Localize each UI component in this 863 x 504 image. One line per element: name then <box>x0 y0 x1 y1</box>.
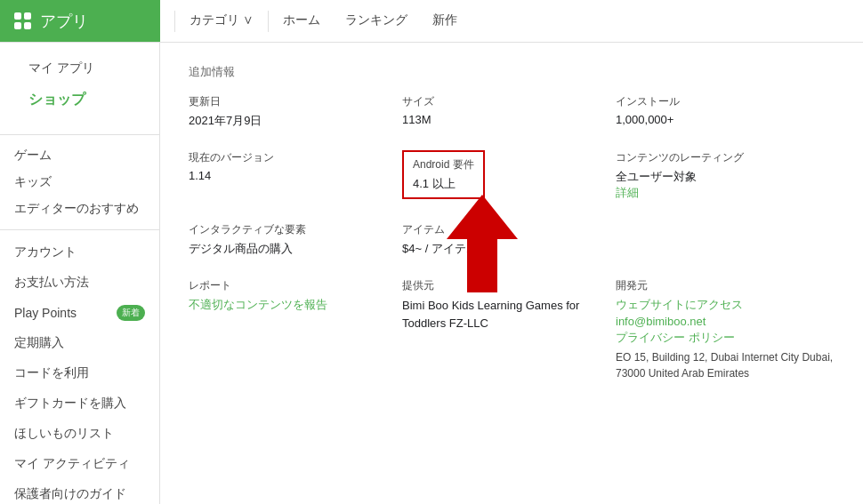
android-requirement-box: Android 要件 4.1 以上 <box>402 150 485 199</box>
sidebar-item-play-points[interactable]: Play Points 新着 <box>0 298 159 328</box>
label-size: サイズ <box>402 94 580 109</box>
label-installs: インストール <box>616 94 835 109</box>
dev-privacy-link[interactable]: プライバシー ポリシー <box>616 330 835 346</box>
sidebar-item-my-apps[interactable]: マイ アプリ <box>14 53 145 84</box>
report-link[interactable]: 不適切なコンテンツを報告 <box>189 297 367 313</box>
info-row-2: 現在のバージョン 1.14 Android 要件 4.1 以上 <box>189 150 835 201</box>
cell-report: レポート 不適切なコンテンツを報告 <box>189 278 367 381</box>
grid-icon <box>14 12 31 29</box>
cell-interactive: インタラクティブな要素 デジタル商品の購入 <box>189 222 367 257</box>
cell-empty-3 <box>616 222 835 257</box>
section-title: 追加情報 <box>189 64 835 80</box>
logo-text: アプリ <box>40 11 88 32</box>
sidebar-divider-1 <box>0 134 159 135</box>
cell-size: サイズ 113M <box>402 94 580 129</box>
sidebar-item-payment[interactable]: お支払い方法 <box>0 268 159 298</box>
sidebar-item-subscription[interactable]: 定期購入 <box>0 328 159 358</box>
cell-developer: 開発元 ウェブサイトにアクセス info@bimiboo.net プライバシー … <box>616 278 835 381</box>
sidebar-item-parental-guide[interactable]: 保護者向けのガイド <box>0 479 159 504</box>
cell-installs: インストール 1,000,000+ <box>616 94 835 129</box>
nav-ranking[interactable]: ランキング <box>335 0 418 42</box>
cell-content-rating: コンテンツのレーティング 全ユーザー対象 詳細 <box>616 150 835 201</box>
sidebar-item-account[interactable]: アカウント <box>0 237 159 268</box>
label-developer: 開発元 <box>616 278 835 293</box>
value-android-req: 4.1 以上 <box>413 176 474 192</box>
dev-email-link[interactable]: info@bimiboo.net <box>616 315 835 328</box>
body-layout: マイ アプリ ショップ ゲーム キッズ エディターのおすすめ アカウント お支払… <box>0 43 863 504</box>
red-arrow-indicator <box>447 195 518 295</box>
play-points-badge: 新着 <box>117 305 145 321</box>
developer-address: EO 15, Building 12, Dubai Internet City … <box>616 349 835 381</box>
svg-marker-0 <box>447 195 518 292</box>
nav-links: カテゴリ ∨ ホーム ランキング 新作 <box>160 0 482 42</box>
value-interactive: デジタル商品の購入 <box>189 241 367 257</box>
sidebar-item-editors-pick[interactable]: エディターのおすすめ <box>0 196 159 222</box>
sidebar-divider-2 <box>0 229 159 230</box>
nav-new[interactable]: 新作 <box>422 0 468 42</box>
app-logo[interactable]: アプリ <box>0 0 160 42</box>
info-row-1: 更新日 2021年7月9日 サイズ 113M インストール 1,000,000+ <box>189 94 835 129</box>
value-installs: 1,000,000+ <box>616 113 835 126</box>
sidebar: マイ アプリ ショップ ゲーム キッズ エディターのおすすめ アカウント お支払… <box>0 43 160 504</box>
nav-category[interactable]: カテゴリ ∨ <box>179 0 264 42</box>
cell-version: 現在のバージョン 1.14 <box>189 150 367 201</box>
sidebar-item-gift-card[interactable]: ギフトカードを購入 <box>0 388 159 419</box>
label-version: 現在のバージョン <box>189 150 367 165</box>
main-content: 追加情報 更新日 2021年7月9日 サイズ 113M インストール 1,000… <box>160 43 863 504</box>
sidebar-item-kids[interactable]: キッズ <box>0 169 159 196</box>
sidebar-item-shop[interactable]: ショップ <box>14 84 145 116</box>
content-rating-detail-link[interactable]: 詳細 <box>616 185 835 201</box>
top-navigation: アプリ カテゴリ ∨ ホーム ランキング 新作 <box>0 0 863 43</box>
cell-update-date: 更新日 2021年7月9日 <box>189 94 367 129</box>
sidebar-item-activity[interactable]: マイ アクティビティ <box>0 449 159 479</box>
value-version: 1.14 <box>189 169 367 182</box>
value-content-rating: 全ユーザー対象 <box>616 169 835 185</box>
nav-divider-2 <box>268 11 269 32</box>
nav-home[interactable]: ホーム <box>272 0 331 42</box>
nav-divider-1 <box>174 11 175 32</box>
label-update-date: 更新日 <box>189 94 367 109</box>
value-size: 113M <box>402 113 580 126</box>
label-report: レポート <box>189 278 367 293</box>
developer-links: ウェブサイトにアクセス info@bimiboo.net プライバシー ポリシー <box>616 297 835 346</box>
label-interactive: インタラクティブな要素 <box>189 222 367 237</box>
value-update-date: 2021年7月9日 <box>189 113 367 129</box>
sidebar-item-redeem[interactable]: コードを利用 <box>0 358 159 388</box>
dev-website-link[interactable]: ウェブサイトにアクセス <box>616 297 835 313</box>
sidebar-item-wishlist[interactable]: ほしいものリスト <box>0 419 159 449</box>
sidebar-top-section: マイ アプリ ショップ <box>0 53 159 127</box>
value-provider: Bimi Boo Kids Learning Games for Toddler… <box>402 297 580 332</box>
red-arrow-svg <box>447 195 518 292</box>
label-android-req: Android 要件 <box>413 157 474 172</box>
cell-android-req: Android 要件 4.1 以上 <box>402 150 580 201</box>
label-content-rating: コンテンツのレーティング <box>616 150 835 165</box>
sidebar-item-game[interactable]: ゲーム <box>0 142 159 169</box>
